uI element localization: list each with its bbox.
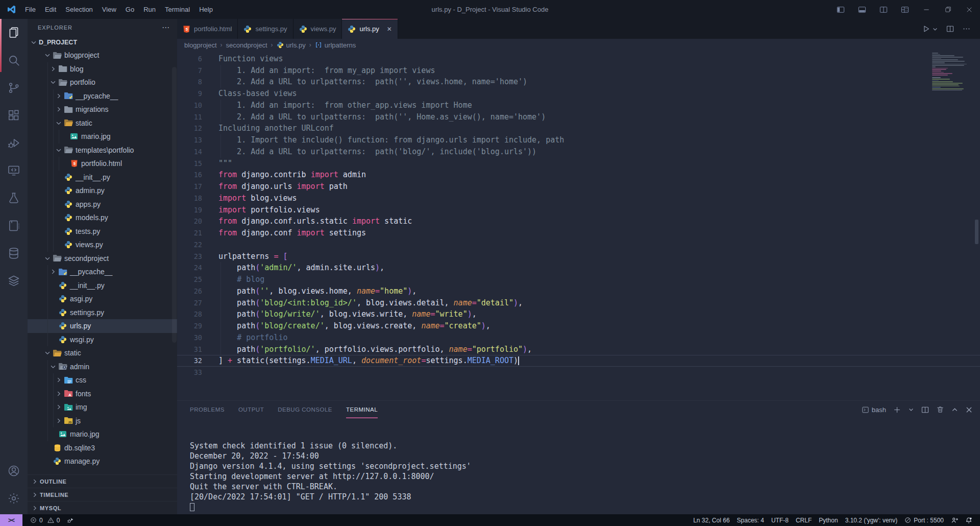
menu-run[interactable]: Run xyxy=(139,0,160,19)
status-bell[interactable] xyxy=(962,514,976,526)
menu-terminal[interactable]: Terminal xyxy=(160,0,194,19)
tree-item-manage-py[interactable]: manage.py xyxy=(28,455,177,468)
activity-extensions[interactable] xyxy=(0,102,28,129)
customize-layout-icon[interactable] xyxy=(894,0,916,19)
breadcrumb-urls-py[interactable]: urls.py xyxy=(277,41,306,49)
code-line-22[interactable]: 22 xyxy=(177,239,980,251)
menu-go[interactable]: Go xyxy=(121,0,139,19)
code-line-14[interactable]: 14 2. Add a URL to urlpatterns: path('bl… xyxy=(177,146,980,158)
tree-item-blog[interactable]: blog xyxy=(28,62,177,76)
code-line-25[interactable]: 25 # blog xyxy=(177,274,980,285)
activity-run-debug[interactable] xyxy=(0,129,28,157)
code-line-17[interactable]: 17from django.urls import path xyxy=(177,181,980,193)
panel-tab-problems[interactable]: PROBLEMS xyxy=(190,401,225,418)
status-python[interactable]: Python xyxy=(815,514,841,526)
more-actions-icon[interactable]: ⋯ xyxy=(162,23,170,32)
terminal-output[interactable]: System check identified 1 issue (0 silen… xyxy=(177,418,980,512)
debug-status-icon[interactable] xyxy=(63,514,78,526)
kill-terminal-icon[interactable] xyxy=(936,405,944,414)
code-line-23[interactable]: 23urlpatterns = [ xyxy=(177,251,980,262)
tree-item-pycache[interactable]: __pycache__ xyxy=(28,265,177,279)
tree-item-static[interactable]: static xyxy=(28,346,177,360)
tree-item-fonts[interactable]: Afonts xyxy=(28,387,177,401)
breadcrumb-secondproject[interactable]: secondproject xyxy=(226,41,267,49)
tree-item-templates-portfolio[interactable]: templates\portfolio xyxy=(28,144,177,157)
editor-more-actions-icon[interactable] xyxy=(962,25,971,33)
activity-source-control[interactable] xyxy=(0,74,28,102)
breadcrumb-blogproject[interactable]: blogproject xyxy=(184,41,217,49)
tree-item-admin[interactable]: admin xyxy=(28,360,177,374)
status-person[interactable] xyxy=(947,514,962,526)
code-line-16[interactable]: 16from django.contrib import admin xyxy=(177,169,980,181)
activity-settings[interactable] xyxy=(0,485,28,512)
terminal-dropdown-icon[interactable] xyxy=(908,407,914,413)
code-line-19[interactable]: 19import portfolio.views xyxy=(177,204,980,216)
code-line-24[interactable]: 24 path('admin/', admin.site.urls), xyxy=(177,262,980,274)
sidebar-scrollbar[interactable] xyxy=(172,67,177,343)
tree-item-js[interactable]: JSjs xyxy=(28,414,177,428)
code-line-15[interactable]: 15""" xyxy=(177,158,980,170)
close-panel-icon[interactable] xyxy=(965,406,973,414)
code-line-28[interactable]: 28 path('blog/write/', blog.views.write,… xyxy=(177,308,980,320)
code-line-27[interactable]: 27 path('blog/<int:blog_id>/', blog.view… xyxy=(177,297,980,309)
activity-testing[interactable] xyxy=(0,184,28,212)
status-spaces-4[interactable]: Spaces: 4 xyxy=(733,514,768,526)
tab-portfolio-html[interactable]: 5portfolio.html xyxy=(177,19,238,39)
tree-item-apps-py[interactable]: apps.py xyxy=(28,198,177,211)
code-line-33[interactable]: 33 xyxy=(177,367,980,378)
code-line-11[interactable]: 11 2. Add a URL to urlpatterns: path('',… xyxy=(177,111,980,123)
tree-item-pycache[interactable]: __pycache__ xyxy=(28,89,177,103)
tree-item-db-sqlite3[interactable]: db.sqlite3 xyxy=(28,441,177,455)
scrollbar-thumb[interactable] xyxy=(975,220,978,244)
split-editor-action-icon[interactable] xyxy=(946,25,954,33)
status-3-10-2-ygw-venv[interactable]: 3.10.2 ('ygw': venv) xyxy=(842,514,901,526)
tree-item-migrations[interactable]: migrations xyxy=(28,103,177,116)
breadcrumb-urlpatterns[interactable]: urlpatterns xyxy=(315,41,356,49)
workspace-root[interactable]: D_PROJECT xyxy=(28,36,177,49)
menu-selection[interactable]: Selection xyxy=(61,0,97,19)
tree-item-tests-py[interactable]: tests.py xyxy=(28,225,177,238)
code-line-21[interactable]: 21from django.conf import settings xyxy=(177,227,980,239)
code-line-30[interactable]: 30 # portfolio xyxy=(177,332,980,344)
code-viewport[interactable]: 5Examples:6Function views7 1. Add an imp… xyxy=(177,51,980,400)
tree-item-mario-jpg[interactable]: mario.jpg xyxy=(28,427,177,441)
toggle-sidebar-icon[interactable] xyxy=(830,0,851,19)
activity-explorer[interactable] xyxy=(0,19,28,46)
tree-item-views-py[interactable]: views.py xyxy=(28,238,177,252)
code-line-10[interactable]: 10 1. Add an import: from other_app.view… xyxy=(177,100,980,111)
code-line-6[interactable]: 6Function views xyxy=(177,53,980,65)
split-terminal-icon[interactable] xyxy=(921,405,929,414)
menu-edit[interactable]: Edit xyxy=(40,0,61,19)
tree-item-css[interactable]: css xyxy=(28,373,177,387)
code-line-29[interactable]: 29 path('blog/create/', blog.views.creat… xyxy=(177,320,980,332)
code-line-8[interactable]: 8 2. Add a URL to urlpatterns: path('', … xyxy=(177,76,980,88)
activity-notebooks[interactable] xyxy=(0,212,28,240)
panel-tab-output[interactable]: OUTPUT xyxy=(238,401,264,418)
tree-item-models-py[interactable]: models.py xyxy=(28,211,177,225)
code-line-20[interactable]: 20from django.conf.urls.static import st… xyxy=(177,216,980,227)
tree-item-blogproject[interactable]: blogproject xyxy=(28,49,177,62)
code-line-13[interactable]: 13 1. Import the include() function: fro… xyxy=(177,134,980,146)
restore-button[interactable] xyxy=(937,0,959,19)
split-editor-icon[interactable] xyxy=(873,0,894,19)
tree-item-secondproject[interactable]: secondproject xyxy=(28,252,177,266)
run-python-file-button[interactable] xyxy=(922,25,938,33)
tree-item-img[interactable]: img xyxy=(28,400,177,414)
section-timeline[interactable]: TIMELINE xyxy=(28,488,177,501)
section-outline[interactable]: OUTLINE xyxy=(28,474,177,488)
tab-views-py[interactable]: views.py xyxy=(293,19,342,39)
status-port-5500[interactable]: Port : 5500 xyxy=(901,514,947,526)
close-button[interactable] xyxy=(959,0,980,19)
code-line-18[interactable]: 18import blog.views xyxy=(177,193,980,204)
section-mysql[interactable]: MYSQL xyxy=(28,501,177,514)
tree-item-wsgi-py[interactable]: wsgi.py xyxy=(28,333,177,347)
status-utf-8[interactable]: UTF-8 xyxy=(768,514,792,526)
menu-view[interactable]: View xyxy=(97,0,121,19)
activity-layers[interactable] xyxy=(0,267,28,295)
panel-tab-debug-console[interactable]: DEBUG CONSOLE xyxy=(278,401,332,418)
activity-account[interactable] xyxy=(0,457,28,485)
tab-settings-py[interactable]: settings.py xyxy=(238,19,293,39)
maximize-panel-icon[interactable] xyxy=(951,406,959,414)
menu-file[interactable]: File xyxy=(20,0,40,19)
code-line-7[interactable]: 7 1. Add an import: from my_app import v… xyxy=(177,65,980,77)
